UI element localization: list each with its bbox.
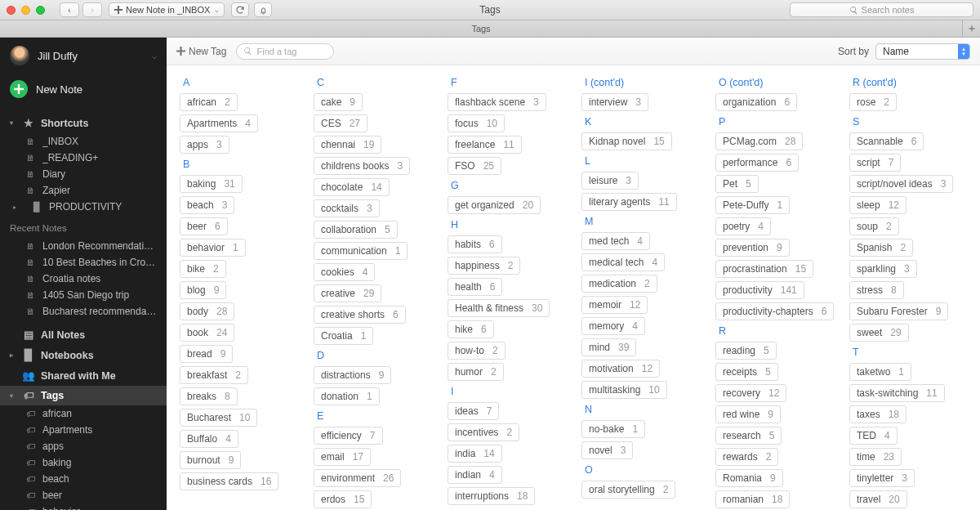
tag-pill[interactable]: multitasking10 <box>581 381 667 399</box>
tag-pill[interactable]: Pet5 <box>715 175 759 193</box>
tag-pill[interactable]: Croatia1 <box>314 327 373 345</box>
back-button[interactable]: ‹ <box>60 2 79 17</box>
tag-pill[interactable]: poetry4 <box>715 217 771 235</box>
tag-pill[interactable]: focus10 <box>448 114 505 132</box>
search-notes-input[interactable]: Search notes <box>790 2 973 17</box>
tag-pill[interactable]: stress8 <box>849 281 904 299</box>
tag-pill[interactable]: bike2 <box>180 260 226 278</box>
tag-pill[interactable]: chennai19 <box>314 136 381 154</box>
tag-pill[interactable]: Spanish2 <box>849 239 913 257</box>
shortcut-item[interactable]: 🗎Diary <box>0 166 167 182</box>
new-note-dropdown[interactable]: New Note in _INBOX ⌵ <box>109 2 225 17</box>
tag-pill[interactable]: Subaru Forester9 <box>849 302 948 320</box>
shortcut-item[interactable]: 🗎_INBOX <box>0 133 167 150</box>
tag-pill[interactable]: reading5 <box>715 342 777 360</box>
tag-pill[interactable]: sweet29 <box>849 324 909 342</box>
tag-pill[interactable]: organization6 <box>715 93 797 111</box>
tag-pill[interactable]: sleep12 <box>849 196 906 214</box>
sync-button[interactable] <box>231 2 249 17</box>
tag-pill[interactable]: performance6 <box>715 154 799 172</box>
tag-pill[interactable]: indian4 <box>448 466 502 484</box>
tag-pill[interactable]: memory4 <box>581 317 645 335</box>
new-note-button[interactable]: New Note <box>0 74 167 110</box>
tag-pill[interactable]: memoir12 <box>581 296 648 314</box>
zoom-icon[interactable] <box>36 6 45 15</box>
all-notes[interactable]: ▤ All Notes <box>0 324 167 345</box>
tag-pill[interactable]: get organized20 <box>448 196 541 214</box>
tag-pill[interactable]: behavior1 <box>180 239 246 257</box>
tag-pill[interactable]: no-bake1 <box>581 420 645 438</box>
tag-pill[interactable]: book24 <box>180 324 234 342</box>
tag-pill[interactable]: FSO25 <box>448 157 501 175</box>
tag-pill[interactable]: Apartments4 <box>180 114 258 132</box>
tag-pill[interactable]: prevention9 <box>715 239 790 257</box>
sort-select[interactable]: Name ▲▼ <box>875 43 970 60</box>
recent-note-item[interactable]: 🗎1405 San Diego trip <box>0 287 167 303</box>
tag-pill[interactable]: breakfast2 <box>180 366 248 384</box>
shared-with-me[interactable]: 👥 Shared with Me <box>0 365 167 386</box>
tag-pill[interactable]: medication2 <box>581 275 657 293</box>
tag-pill[interactable]: beer6 <box>180 217 228 235</box>
tag-pill[interactable]: Scannable6 <box>849 132 924 150</box>
tag-pill[interactable]: interruptions18 <box>448 487 535 505</box>
tag-pill[interactable]: cookies4 <box>314 263 375 281</box>
tag-pill[interactable]: humor2 <box>448 363 504 381</box>
tag-pill[interactable]: medical tech4 <box>581 253 665 271</box>
find-tag-input[interactable]: Find a tag <box>236 43 334 60</box>
add-tab-button[interactable]: ＋ <box>962 20 980 38</box>
tag-pill[interactable]: oral storytelling2 <box>581 481 675 499</box>
minimize-icon[interactable] <box>21 6 30 15</box>
tag-pill[interactable]: efficiency7 <box>314 427 383 445</box>
sidebar-tag-item[interactable]: 🏷behavior <box>0 503 167 510</box>
tag-pill[interactable]: collaboration5 <box>314 221 398 239</box>
tag-pill[interactable]: leisure3 <box>581 172 639 190</box>
tag-pill[interactable]: interview3 <box>581 93 648 111</box>
tag-pill[interactable]: script7 <box>849 154 901 172</box>
tag-pill[interactable]: bread9 <box>180 345 233 363</box>
tag-pill[interactable]: burnout9 <box>180 451 241 469</box>
tag-pill[interactable]: task-switching11 <box>849 384 945 402</box>
tag-pill[interactable]: india14 <box>448 445 502 463</box>
sidebar-tag-item[interactable]: 🏷apps <box>0 438 167 454</box>
shortcut-item[interactable]: ▸▉PRODUCTIVITY <box>0 199 167 215</box>
tag-pill[interactable]: tinyletter3 <box>849 469 915 487</box>
tag-pill[interactable]: productivity-chapters6 <box>715 302 834 320</box>
tag-pill[interactable]: business cards16 <box>180 472 278 490</box>
tag-pill[interactable]: donation1 <box>314 387 380 405</box>
tag-pill[interactable]: apps3 <box>180 136 229 154</box>
tag-pill[interactable]: red wine9 <box>715 405 781 423</box>
tag-pill[interactable]: med tech4 <box>581 232 650 250</box>
tag-pill[interactable]: email17 <box>314 448 371 466</box>
tag-pill[interactable]: hike6 <box>448 320 494 338</box>
sidebar-tag-item[interactable]: 🏷Apartments <box>0 422 167 438</box>
tag-pill[interactable]: taketwo1 <box>849 363 911 381</box>
tag-pill[interactable]: Buffalo4 <box>180 430 238 448</box>
tag-pill[interactable]: beach3 <box>180 196 234 214</box>
tag-pill[interactable]: chocolate14 <box>314 178 390 196</box>
tag-pill[interactable]: Bucharest10 <box>180 409 257 427</box>
tag-pill[interactable]: novel3 <box>581 441 633 459</box>
tag-pill[interactable]: happiness2 <box>448 257 520 275</box>
tag-pill[interactable]: PCMag.com28 <box>715 132 803 150</box>
tag-pill[interactable]: creative shorts6 <box>314 306 406 324</box>
tag-pill[interactable]: sparkling3 <box>849 260 917 278</box>
tag-pill[interactable]: soup2 <box>849 217 899 235</box>
tag-pill[interactable]: flashback scene3 <box>448 93 546 111</box>
tag-pill[interactable]: habits6 <box>448 235 502 253</box>
tag-pill[interactable]: rose2 <box>849 93 897 111</box>
recent-note-item[interactable]: 🗎10 Best Beaches in Croatia for Fa... <box>0 254 167 271</box>
tag-pill[interactable]: script/novel ideas3 <box>849 175 953 193</box>
close-icon[interactable] <box>7 6 16 15</box>
tag-pill[interactable]: ideas7 <box>448 402 499 420</box>
notebooks[interactable]: ▸ ▉ Notebooks <box>0 345 167 365</box>
activity-button[interactable] <box>254 2 272 17</box>
tag-pill[interactable]: recovery12 <box>715 384 786 402</box>
tag-pill[interactable]: Health & fitness30 <box>448 299 550 317</box>
tag-pill[interactable]: breaks8 <box>180 387 238 405</box>
tag-pill[interactable]: cake9 <box>314 93 363 111</box>
tag-pill[interactable]: body28 <box>180 302 234 320</box>
tag-pill[interactable]: health6 <box>448 278 502 296</box>
tag-pill[interactable]: how-to2 <box>448 342 506 360</box>
tag-pill[interactable]: creative29 <box>314 284 381 302</box>
tag-pill[interactable]: freelance11 <box>448 136 522 154</box>
